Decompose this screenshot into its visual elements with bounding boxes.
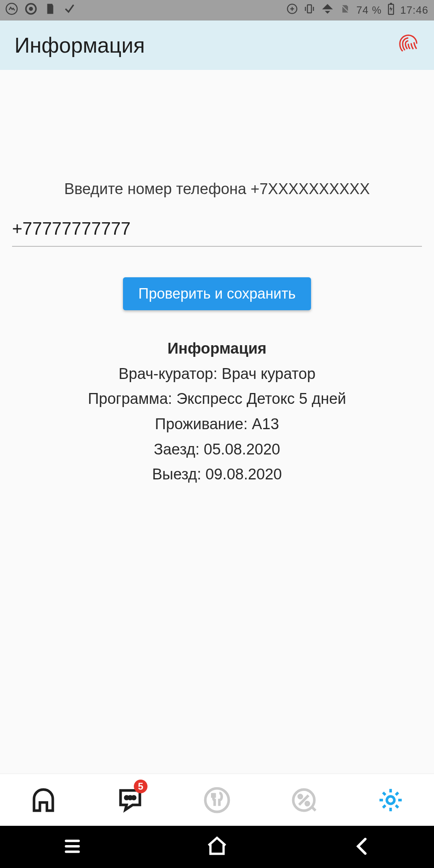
notification-icon bbox=[6, 3, 18, 18]
system-nav-bar bbox=[0, 826, 434, 868]
status-bar: 74 % 17:46 bbox=[0, 0, 434, 20]
tab-settings[interactable] bbox=[373, 782, 409, 818]
svg-point-8 bbox=[129, 796, 132, 799]
info-checkin: Заезд: 05.08.2020 bbox=[12, 437, 422, 462]
info-program: Программа: Экспресс Детокс 5 дней bbox=[12, 386, 422, 411]
info-accommodation: Проживание: A13 bbox=[12, 411, 422, 437]
info-heading: Информация bbox=[12, 336, 422, 361]
notification-icon bbox=[25, 3, 37, 18]
vibrate-icon bbox=[303, 3, 315, 18]
phone-prompt: Введите номер телефона +7XXXXXXXXXX bbox=[12, 180, 422, 198]
svg-point-14 bbox=[387, 796, 395, 804]
svg-point-7 bbox=[125, 796, 128, 799]
svg-point-12 bbox=[299, 795, 302, 798]
wifi-icon bbox=[321, 2, 334, 18]
svg-rect-6 bbox=[390, 3, 392, 4]
svg-point-2 bbox=[29, 7, 33, 11]
page-title: Информация bbox=[14, 33, 145, 57]
clock: 17:46 bbox=[400, 4, 428, 16]
chat-badge: 5 bbox=[134, 780, 147, 793]
info-doctor: Врач-куратор: Врач куратор bbox=[12, 361, 422, 387]
content: Введите номер телефона +7XXXXXXXXXX Пров… bbox=[0, 70, 434, 487]
phone-input[interactable] bbox=[12, 214, 422, 247]
notification-icon bbox=[63, 3, 76, 18]
info-block: Информация Врач-куратор: Врач куратор Пр… bbox=[12, 336, 422, 487]
sys-back-button[interactable] bbox=[351, 835, 373, 859]
tab-meals[interactable] bbox=[199, 782, 235, 818]
sys-home-button[interactable] bbox=[206, 835, 228, 859]
info-checkout: Выезд: 09.08.2020 bbox=[12, 462, 422, 487]
bottom-tab-bar: 5 bbox=[0, 774, 434, 826]
svg-point-9 bbox=[133, 796, 135, 799]
battery-charging-icon bbox=[387, 3, 395, 18]
tab-chat[interactable]: 5 bbox=[112, 782, 148, 818]
sys-recent-button[interactable] bbox=[61, 835, 83, 859]
fingerprint-icon[interactable] bbox=[397, 33, 420, 57]
app-bar: Информация bbox=[0, 20, 434, 70]
battery-percent: 74 % bbox=[356, 4, 382, 16]
svg-point-10 bbox=[205, 788, 229, 811]
data-saver-icon bbox=[287, 3, 298, 17]
verify-save-button[interactable]: Проверить и сохранить bbox=[123, 277, 311, 310]
tab-promo[interactable] bbox=[286, 782, 322, 818]
tab-home[interactable] bbox=[25, 782, 61, 818]
svg-point-13 bbox=[306, 802, 309, 805]
no-sim-icon bbox=[340, 3, 351, 17]
notification-icon bbox=[44, 3, 56, 18]
svg-rect-4 bbox=[307, 5, 311, 13]
